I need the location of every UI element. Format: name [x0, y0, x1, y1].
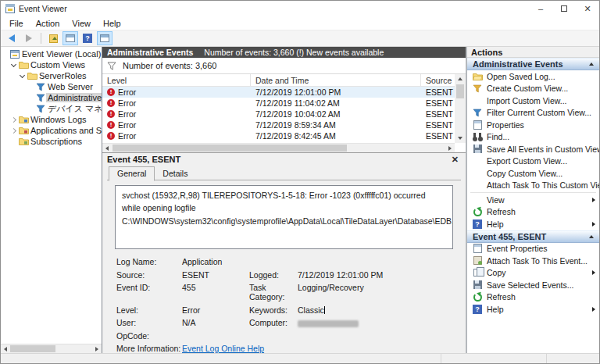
event-row[interactable]: !Error 7/12/2019 12:01:00 PM ESENT — [102, 87, 455, 98]
level-value: Error — [182, 305, 249, 315]
event-log-online-help-link[interactable]: Event Log Online Help — [182, 344, 264, 353]
tree-item-applications-services-logs[interactable]: Applications and Services Lo — [1, 125, 102, 136]
action-find[interactable]: Find... — [467, 131, 599, 144]
action-label: Attach Task To This Custom View... — [487, 180, 599, 190]
results-pane: Administrative Events Number of events: … — [102, 47, 467, 353]
tree-item-subscriptions[interactable]: Subscriptions — [1, 136, 102, 147]
chevron-collapsed-icon[interactable] — [11, 116, 16, 122]
help-icon: ? — [472, 305, 483, 314]
user-label: User: — [116, 318, 182, 327]
action-export-custom-view[interactable]: Export Custom View... — [467, 155, 599, 168]
event-row[interactable]: !Error 7/12/2019 10:04:02 AM ESENT — [102, 109, 455, 120]
scrollbar-thumb[interactable] — [112, 145, 347, 152]
error-level-icon: ! — [107, 110, 115, 118]
console-root-icon — [9, 50, 20, 59]
event-viewer-app-icon — [5, 4, 15, 13]
tree-item-serverroles[interactable]: ServerRoles — [1, 70, 102, 81]
event-list-horizontal-scrollbar[interactable] — [102, 143, 455, 152]
column-header-source[interactable]: Source — [421, 74, 455, 86]
action-help-view[interactable]: ? Help — [467, 218, 599, 230]
scroll-right-icon[interactable] — [445, 144, 455, 153]
event-description[interactable]: svchost (15932,R,98) TILEREPOSITORYS-1-5… — [115, 185, 453, 249]
tree-item-windows-logs[interactable]: Windows Logs — [1, 114, 102, 125]
action-refresh-event[interactable]: Refresh — [467, 291, 599, 304]
action-label: Event Properties — [487, 244, 548, 253]
chevron-expanded-icon[interactable] — [11, 61, 16, 66]
filter-summary-bar[interactable]: Number of events: 3,660 — [102, 58, 466, 74]
column-header-date-time[interactable]: Date and Time — [251, 74, 421, 86]
find-binoculars-icon — [472, 133, 483, 141]
event-row[interactable]: !Error 7/12/2019 8:42:45 AM ESENT — [102, 130, 455, 141]
event-list-vertical-scrollbar[interactable] — [455, 74, 466, 143]
collapse-section-icon[interactable] — [589, 235, 594, 238]
forward-button[interactable] — [21, 31, 37, 45]
action-refresh-view[interactable]: Refresh — [467, 206, 599, 219]
action-properties[interactable]: Properties — [467, 119, 599, 131]
scroll-up-icon[interactable] — [455, 74, 465, 84]
collapse-section-icon[interactable] — [589, 62, 594, 66]
minimize-button[interactable]: – — [529, 1, 552, 16]
action-copy-event[interactable]: Copy — [467, 267, 599, 280]
chevron-expanded-icon[interactable] — [20, 72, 25, 77]
show-console-tree-button[interactable] — [62, 31, 78, 45]
action-label: View — [487, 195, 505, 205]
tree-label: Web Server — [46, 82, 95, 91]
action-open-saved-log[interactable]: Open Saved Log... — [467, 70, 599, 83]
source-label: Source: — [116, 270, 182, 280]
tab-details[interactable]: Details — [155, 167, 195, 180]
submenu-arrow-icon — [592, 307, 595, 312]
actions-section-administrative-events[interactable]: Administrative Events — [467, 58, 599, 70]
tree-label: デバイス マネージャー - — [46, 103, 102, 115]
action-label: Filter Current Custom View... — [487, 108, 591, 117]
tree-item-event-viewer-local[interactable]: Event Viewer (Local) — [1, 48, 102, 59]
chevron-collapsed-icon[interactable] — [11, 127, 16, 133]
action-view[interactable]: View — [467, 194, 599, 206]
help-button[interactable]: ? — [80, 31, 95, 45]
results-header-title: Administrative Events — [107, 48, 193, 57]
action-help-event[interactable]: ? Help — [467, 303, 599, 316]
maximize-button[interactable] — [552, 1, 576, 16]
tree-item-device-manager[interactable]: デバイス マネージャー - — [1, 103, 102, 114]
action-save-all-events-in-custom-view-as[interactable]: Save All Events in Custom View As... — [467, 143, 599, 155]
toolbar: ? — [1, 30, 599, 47]
scroll-left-icon[interactable] — [1, 344, 10, 354]
action-label: Import Custom View... — [487, 96, 567, 105]
close-detail-icon[interactable]: ✕ — [449, 155, 461, 165]
actions-section-event-455-esent[interactable]: Event 455, ESENT — [467, 230, 599, 243]
action-copy-custom-view[interactable]: Copy Custom View... — [467, 167, 599, 180]
filter-summary-text: Number of events: 3,660 — [123, 61, 216, 70]
tab-general[interactable]: General — [109, 166, 155, 181]
action-label: Help — [487, 305, 504, 314]
tree-item-custom-views[interactable]: Custom Views — [1, 59, 102, 70]
tree-horizontal-scrollbar[interactable] — [1, 344, 102, 353]
tree-item-administrative-events[interactable]: Administrative Events — [1, 92, 102, 103]
scroll-left-icon[interactable] — [102, 144, 112, 153]
menu-help[interactable]: Help — [97, 17, 127, 30]
scrollbar-thumb[interactable] — [10, 345, 55, 352]
open-saved-log-button[interactable] — [45, 31, 61, 45]
menu-action[interactable]: Action — [30, 17, 66, 30]
scrollbar-thumb[interactable] — [456, 84, 464, 98]
back-button[interactable] — [4, 31, 20, 45]
tree-item-web-server[interactable]: Web Server — [1, 81, 102, 92]
action-save-selected-events[interactable]: Save Selected Events... — [467, 279, 599, 291]
action-event-properties[interactable]: Event Properties — [467, 243, 599, 255]
action-create-custom-view[interactable]: Create Custom View... — [467, 83, 599, 95]
action-attach-task-to-this-custom-view[interactable]: Attach Task To This Custom View... — [467, 180, 599, 192]
scroll-right-icon[interactable] — [92, 344, 102, 354]
event-row[interactable]: !Error 7/12/2019 8:59:34 AM ESENT — [102, 120, 455, 130]
action-import-custom-view[interactable]: Import Custom View... — [467, 95, 599, 107]
apps-services-folder-icon — [18, 127, 29, 134]
event-row[interactable]: !Error 7/12/2019 11:04:02 AM ESENT — [102, 98, 455, 109]
status-cell — [546, 354, 599, 363]
menu-file[interactable]: File — [3, 17, 30, 30]
scroll-down-icon[interactable] — [455, 134, 465, 143]
show-action-pane-button[interactable] — [97, 31, 112, 45]
properties-icon — [472, 120, 483, 130]
action-label: Export Custom View... — [487, 156, 567, 166]
close-button[interactable]: ✕ — [576, 1, 599, 16]
column-header-level[interactable]: Level — [102, 74, 251, 86]
action-attach-task-to-this-event[interactable]: Attach Task To This Event... — [467, 255, 599, 267]
menu-view[interactable]: View — [66, 17, 97, 30]
action-filter-current-custom-view[interactable]: Filter Current Custom View... — [467, 107, 599, 120]
